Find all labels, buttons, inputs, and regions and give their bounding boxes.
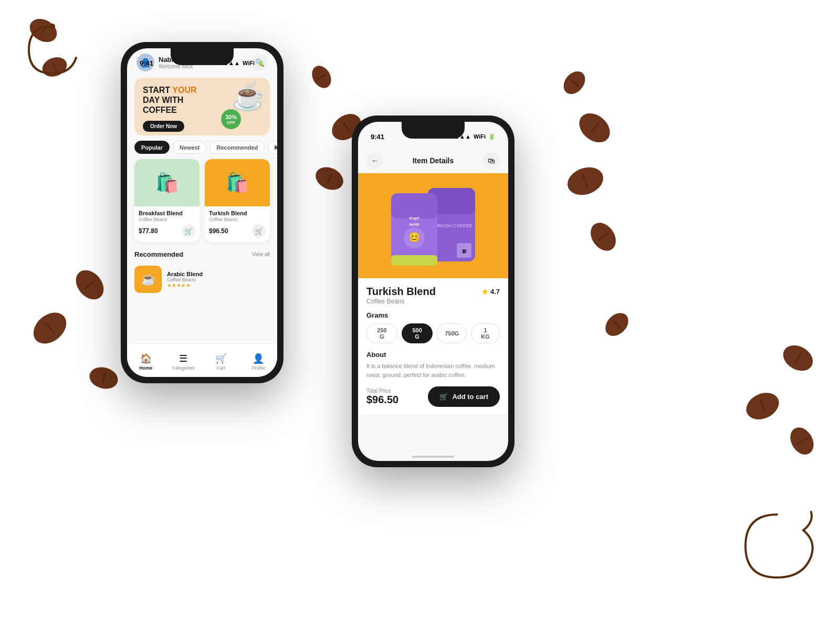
gram-500[interactable]: 500 G [402, 323, 433, 343]
nav-home[interactable]: 🏠 Home [127, 348, 165, 375]
rec-product-sub: Coffee Beans [167, 277, 203, 282]
product-image-breakfast: 🛍️ [134, 159, 200, 206]
wifi-icon-2: WiFi [474, 133, 486, 140]
product-list: 🛍️ Breakfast Blend Coffee Beans $77.80 🛒… [127, 159, 277, 248]
battery-icon-2: 🔋 [488, 133, 496, 140]
product-sub-breakfast: Coffee Beans [139, 217, 195, 222]
detail-product-name-text: Turkish Blend [366, 286, 436, 298]
wifi-icon: WiFi [243, 60, 255, 66]
product-card-turkish[interactable]: 🛍️ Turkish Blend Coffee Beans $96.50 🛒 [205, 159, 270, 242]
add-to-cart-label: Add to cart [452, 393, 488, 401]
promo-banner: START YOUR DAY WITH COFFEE Order Now 30%… [134, 78, 270, 135]
price-row: Total Price $96.50 🛒 Add to cart [366, 386, 500, 407]
gram-1kg[interactable]: 1 KG [471, 323, 500, 343]
nav-cart-label: Cart [216, 365, 225, 371]
nav-categories[interactable]: ☰ Categories [165, 348, 203, 375]
recommended-header: Recommended View all [127, 248, 277, 262]
notch1 [171, 48, 234, 65]
rec-product-name: Arabic Blend [167, 271, 203, 277]
detail-header: ← Item Details 🛍 [358, 147, 508, 173]
phone1-home: 9:41 ▲▲▲ WiFi 🔋 👤 Nabil Elsawy Welcome b… [121, 42, 284, 383]
nav-home-label: Home [139, 365, 152, 371]
tab-popular[interactable]: Popular [134, 141, 170, 154]
about-label: About [366, 351, 500, 359]
product-name-turkish: Turkish Blend [209, 209, 266, 217]
product-footer-turkish: $96.50 🛒 [209, 224, 266, 238]
tab-more[interactable]: ▶ [268, 141, 277, 154]
product-info-breakfast: Breakfast Blend Coffee Beans $77.80 🛒 [134, 206, 200, 242]
product-sub-turkish: Coffee Beans [209, 217, 266, 222]
about-text: It is a balance blend of indonesian coff… [366, 362, 500, 379]
cart-icon: 🛒 [215, 353, 227, 364]
gram-250[interactable]: 250 G [366, 323, 397, 343]
back-button[interactable]: ← [366, 152, 383, 169]
nav-categories-label: Categories [172, 365, 195, 371]
rating-value: 4.7 [490, 288, 500, 296]
svg-text:ketill: ketill [410, 222, 419, 227]
add-cart-breakfast[interactable]: 🛒 [182, 224, 195, 238]
product-footer-breakfast: $77.80 🛒 [139, 224, 195, 238]
category-tabs: Popular Newest Recommended ▶ [127, 141, 277, 159]
product-price-turkish: $96.50 [209, 227, 228, 235]
recommended-title: Recommended [134, 250, 183, 258]
battery-icon: 🔋 [257, 60, 265, 67]
product-image-turkish: 🛍️ [205, 159, 270, 206]
deco-swirl-bottomright [724, 494, 830, 598]
tab-recommended[interactable]: Recommended [209, 141, 265, 154]
svg-text:Kopf: Kopf [410, 216, 419, 220]
product-card-breakfast[interactable]: 🛍️ Breakfast Blend Coffee Beans $77.80 🛒 [134, 159, 200, 242]
add-to-cart-button[interactable]: 🛒 Add to cart [428, 386, 500, 407]
banner-product-image: ☕ [232, 80, 266, 112]
product-hero-image: TURKISH COFFEE Kopf ketill 😊 ▦ [358, 173, 508, 278]
banner-accent: YOUR [172, 86, 196, 94]
nav-cart[interactable]: 🛒 Cart [202, 348, 240, 375]
detail-body: Turkish Blend ★ 4.7 Coffee Beans Grams 2… [358, 278, 508, 414]
svg-text:😊: 😊 [408, 232, 421, 243]
order-now-button[interactable]: Order Now [143, 121, 184, 132]
svg-text:▦: ▦ [462, 248, 467, 254]
banner-line1: START [143, 86, 172, 94]
deco-swirl-topleft [18, 16, 87, 84]
home-indicator [412, 456, 454, 458]
product-info-turkish: Turkish Blend Coffee Beans $96.50 🛒 [205, 206, 270, 242]
grams-label: Grams [366, 311, 500, 319]
product-hero-svg: TURKISH COFFEE Kopf ketill 😊 ▦ [375, 177, 491, 275]
total-price-value: $96.50 [366, 394, 398, 406]
banner-line3: COFFEE [143, 106, 177, 114]
svg-point-0 [50, 24, 55, 29]
detail-product-sub: Coffee Beans [366, 298, 500, 305]
bottom-nav: 🏠 Home ☰ Categories 🛒 Cart 👤 Profile [127, 343, 277, 377]
total-price-section: Total Price $96.50 [366, 388, 398, 406]
profile-icon: 👤 [253, 353, 264, 364]
bag-button[interactable]: 🛍 [483, 152, 500, 169]
svg-rect-6 [391, 255, 437, 266]
gram-750[interactable]: 750G [437, 323, 467, 343]
svg-rect-5 [391, 193, 437, 218]
tab-newest[interactable]: Newest [173, 141, 207, 154]
detail-page-title: Item Details [413, 156, 454, 165]
time-1: 9:41 [140, 59, 153, 67]
nav-profile[interactable]: 👤 Profile [240, 348, 278, 375]
banner-line2: DAY WITH [143, 96, 183, 104]
phone2-detail: 9:41 ▲▲▲ WiFi 🔋 ← Item Details 🛍 [352, 116, 514, 467]
rec-stars: ★★★★★ [167, 282, 203, 288]
nav-profile-label: Profile [251, 365, 265, 371]
view-all-link[interactable]: View all [252, 251, 270, 257]
add-cart-turkish[interactable]: 🛒 [252, 224, 266, 238]
total-price-label: Total Price [366, 388, 398, 394]
detail-product-name-row: Turkish Blend ★ 4.7 [366, 286, 500, 298]
cart-icon-btn: 🛒 [439, 393, 448, 401]
grams-options: 250 G 500 G 750G 1 KG [366, 323, 500, 343]
product-name-breakfast: Breakfast Blend [139, 209, 195, 217]
categories-icon: ☰ [179, 353, 187, 364]
rec-product-image: ☕ [134, 266, 162, 293]
rec-product-info: Arabic Blend Coffee Beans ★★★★★ [167, 271, 203, 288]
home-icon: 🏠 [140, 353, 152, 364]
time-2: 9:41 [371, 133, 384, 141]
rating-display: ★ 4.7 [481, 287, 500, 297]
notch2 [402, 122, 465, 139]
recommended-item-arabic[interactable]: ☕ Arabic Blend Coffee Beans ★★★★★ [127, 262, 277, 296]
star-icon: ★ [481, 287, 488, 297]
product-price-breakfast: $77.80 [139, 227, 158, 235]
